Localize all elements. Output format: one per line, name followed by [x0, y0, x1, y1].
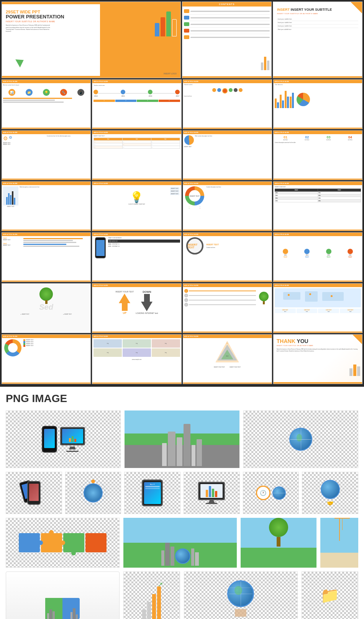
slide-10-bottom — [183, 179, 272, 180]
slide-phone[interactable]: ADD A TITLE SLIDE START YOUR BUSINESS...… — [92, 232, 181, 282]
bar-1 — [155, 23, 159, 36]
slide-years[interactable]: ADD A TITLE SLIDE 2013 TEXT 2014 TEXT 20… — [273, 232, 362, 282]
slide-18-content: INSERT TEXT INSERT TEXT Content text her… — [183, 236, 272, 256]
png-book-city — [6, 571, 120, 619]
slide-steps[interactable]: ADD A TITLE SLIDE 1 2 3 — [183, 283, 272, 333]
slide-title-19: ADD A TITLE SLIDE — [274, 233, 362, 236]
png-globe-extended — [184, 571, 298, 619]
slide-title-photo: ADD A TITLE SLIDE — [92, 335, 181, 338]
slide-steps-content: 1 2 3 4 — [183, 287, 272, 309]
hero-main-title: POWER PRESENTATION — [6, 14, 64, 20]
slide-lightbulb[interactable]: ADD A TITLE SLIDE 💡 CLICK TO INSERT YOUR… — [92, 181, 181, 231]
slide-title-14: ADD A TITLE SLIDE — [183, 182, 272, 185]
thankyou-corner — [353, 335, 362, 344]
slide-title-10: ADD A TITLE SLIDE — [183, 131, 272, 134]
slide-13-bottom — [92, 230, 181, 231]
slide-title-5: ADD A TITLE SLIDE — [92, 80, 181, 83]
contents-item-1 — [184, 8, 270, 15]
slide-title-up: ADD A TITLE SLIDE — [92, 284, 181, 287]
slide-world-bottom — [274, 332, 362, 333]
slide-11-desc: Content description area text for the sl… — [274, 142, 362, 143]
slide-updown-bottom — [92, 332, 181, 333]
slide-table[interactable]: ADD A TITLE SLIDE INSERT YOUR TEXT ColCo… — [92, 130, 181, 180]
slide-11-content: 01 text here 02 text here 03 text here 0… — [274, 134, 362, 142]
slide-city[interactable]: ADD A TITLE SLIDE INSERT TEXT Slide desc… — [2, 181, 91, 231]
png-tablet-app: App UI — [124, 472, 180, 514]
slide-pyramid[interactable]: ADD A TITLE SLIDE 01 text INSERT YOUR TE… — [183, 334, 272, 384]
slide-donut[interactable]: ADD A TITLE SLIDE INSERT TEXT INSERT TEX… — [2, 334, 91, 384]
slide-9-content: INSERT YOUR TEXT ColColCol ......... ...… — [92, 134, 181, 150]
thankyou-body: Started its business in Seoul Korea in F… — [277, 348, 359, 352]
slide-network[interactable]: ADD A TITLE SLIDE Network content Insert… — [183, 79, 272, 129]
slide-hero[interactable]: 29SET WIDE PPT POWER PRESENTATION INSERT… — [2, 2, 181, 78]
hero-bottom-bar — [2, 76, 180, 78]
slide-12-content: INSERT TEXT Slide description content ar… — [2, 185, 90, 209]
slide-worldmap[interactable]: ADD A TITLE SLIDE OUR TEXT text — [273, 283, 362, 333]
slide-updown-content: INSERT YOUR TEXT UP DOWN LOADING INTERNE… — [92, 287, 181, 318]
slide-subtitle[interactable]: INSERT INSERT YOUR SUBTITLE INSERT YOUR … — [273, 2, 362, 78]
slide-title-18: ADD A TITLE SLIDE — [183, 233, 272, 236]
slide-steps-bottom — [183, 332, 272, 333]
slide-11-bottom — [274, 179, 362, 180]
slide-title-15: ADD A TITLE SLIDE — [274, 182, 362, 185]
slide-barchart[interactable]: ADD A TITLE SLIDE Chart data area — [273, 79, 362, 129]
slide-title-17: ADD A TITLE SLIDE — [92, 233, 181, 236]
png-globe-hand — [243, 410, 358, 468]
slide-photogrid[interactable]: ADD A TITLE SLIDE img img img img img im… — [92, 334, 181, 384]
slide-title-pyramid: ADD A TITLE SLIDE — [183, 335, 272, 338]
slide-15-content: INSERT YOUR TEXT HEADHEAD datadata datad… — [274, 185, 362, 204]
slide-circular[interactable]: ADD A TITLE SLIDE INSERT TEXT 0102 0304 … — [183, 181, 272, 231]
slide-donut-bottom — [2, 383, 90, 384]
slide-icons[interactable]: ADD A TITLE SLIDE Mini text content here… — [2, 79, 91, 129]
hero-chart — [155, 10, 177, 36]
slide-7-chart — [274, 86, 362, 109]
slide-people[interactable]: ADD A TITLE SLIDE 01 text here 02 text h… — [273, 130, 362, 180]
insert-logo: INSERT LOGO — [164, 72, 177, 75]
thankyou-bottom — [274, 382, 362, 384]
png-network-globe — [65, 472, 121, 514]
slides-section: 29SET WIDE PPT POWER PRESENTATION INSERT… — [0, 0, 364, 387]
slide-16-content: TEXT INSERT TEXT TEXT INSERT TEXT — [2, 236, 90, 249]
slide-title-donut: ADD A TITLE SLIDE — [2, 335, 90, 338]
slide-photo-url: www.example.com — [92, 359, 181, 360]
slide-title-12: ADD A TITLE SLIDE — [2, 182, 90, 185]
png-title: PNG IMAGE — [6, 392, 358, 405]
contents-item-3 — [184, 21, 270, 28]
slide-sed-1[interactable]: Sed ▸ INSERT TEXT ▸ INSERT TEXT — [2, 283, 91, 333]
slide-4-icons: 📊 📁 💡 🔧 📱 — [3, 89, 89, 96]
contents-item-5 — [184, 34, 270, 40]
png-section: PNG IMAGE — [0, 387, 364, 619]
slide-title-6: ADD A TITLE SLIDE — [183, 80, 272, 83]
slide-12-bottom — [2, 230, 90, 231]
slide-puzzle[interactable]: ADD A TITLE SLIDE INSERT TEXT Slide cont… — [183, 130, 272, 180]
slide-19-bottom — [274, 281, 362, 282]
slide-table2[interactable]: ADD A TITLE SLIDE INSERT YOUR TEXT HEADH… — [273, 181, 362, 231]
slide-pyramid-bottom — [183, 383, 272, 384]
slide-updown[interactable]: ADD A TITLE SLIDE INSERT YOUR TEXT UP DO… — [92, 283, 181, 333]
slide-title-11: ADD A TITLE SLIDE — [274, 131, 362, 134]
png-globe-hand2: 🤝 — [302, 472, 358, 514]
subtitle-bottom-bar — [273, 76, 362, 78]
slide-magnify[interactable]: ADD A TITLE SLIDE INSERT TEXT INSERT TEX… — [183, 232, 272, 282]
slide-timeline[interactable]: ADD A TITLE SLIDE Timeline content area … — [92, 79, 181, 129]
hero-arrow — [17, 57, 24, 66]
slide-6-caption: Insert text here — [183, 95, 272, 97]
slide-18-bottom — [183, 281, 272, 282]
slide-bars[interactable]: ADD A TITLE SLIDE TEXT INSERT TEXT TEXT … — [2, 232, 91, 282]
thankyou-content: THANK YOU INSERT YOUR SUBTITLE OR AUTHOR… — [274, 335, 362, 356]
slide-gears[interactable]: ADD A TITLE SLIDE ⚙ ⚙ INSERT TEXT INSERT… — [2, 130, 91, 180]
png-puzzle — [6, 518, 120, 568]
slide-15-bottom — [274, 230, 362, 231]
thankyou-subtitle: INSERT YOUR SUBTITLE OR AUTHOR'S NAME — [277, 345, 359, 346]
subtitle-lines-list: - Insert your subtitle here - Insert you… — [277, 18, 358, 31]
slide-title-4: ADD A TITLE SLIDE — [2, 80, 90, 83]
slide-contents[interactable]: CONTENTS — [182, 2, 272, 78]
contents-item-2 — [184, 15, 270, 21]
sed-text-1: Sed — [4, 303, 89, 312]
slide-thankyou[interactable]: THANK YOU INSERT YOUR SUBTITLE OR AUTHOR… — [273, 334, 362, 384]
slide-pyramid-content: 01 text INSERT YOUR TEXT INSERT YOUR TEX… — [183, 338, 272, 369]
svg-text:01: 01 — [226, 342, 228, 344]
hero-title-area: 29SET WIDE PPT POWER PRESENTATION INSERT… — [6, 10, 64, 33]
png-desktop-chart — [184, 472, 240, 514]
slide-5-bottom — [92, 128, 181, 129]
